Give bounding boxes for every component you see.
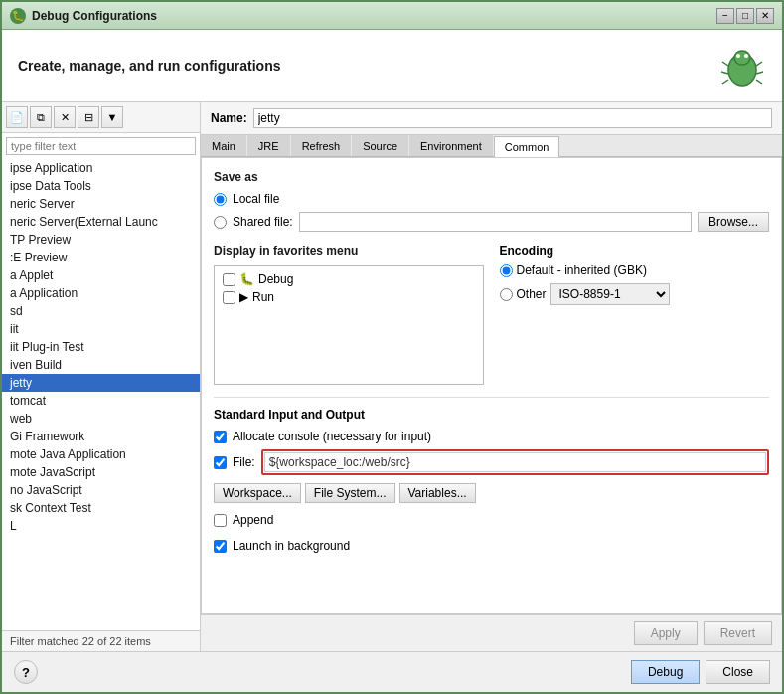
launch-background-label: Launch in background — [233, 539, 350, 553]
minimize-button[interactable]: − — [716, 8, 734, 24]
encoding-default-label: Default - inherited (GBK) — [517, 263, 647, 277]
file-row: File: — [214, 449, 769, 475]
tab-source[interactable]: Source — [352, 135, 408, 156]
window-controls: − □ ✕ — [716, 8, 774, 24]
sidebar-item[interactable]: sk Context Test — [2, 499, 200, 517]
filter-button[interactable]: ▼ — [101, 106, 123, 128]
favorite-item: ▶ Run — [219, 288, 479, 306]
encoding-default-radio[interactable] — [500, 264, 513, 277]
tab-jre[interactable]: JRE — [247, 135, 290, 156]
duplicate-config-button[interactable]: ⧉ — [30, 106, 52, 128]
favorites-label: Display in favorites menu — [214, 244, 484, 258]
collapse-all-button[interactable]: ⊟ — [78, 106, 99, 128]
sidebar-item[interactable]: mote JavaScript — [2, 463, 200, 481]
sidebar-item[interactable]: L — [2, 517, 200, 535]
local-file-radio[interactable] — [214, 193, 227, 206]
encoding-other-label: Other — [517, 287, 547, 301]
sidebar-item[interactable]: tomcat — [2, 392, 200, 410]
dialog-footer: ? Debug Close — [2, 651, 782, 692]
file-system-button[interactable]: File System... — [305, 483, 395, 503]
sidebar-item[interactable]: ipse Application — [2, 159, 200, 177]
fav-checkbox[interactable] — [223, 291, 235, 304]
name-label: Name: — [211, 111, 247, 125]
encoding-select[interactable]: ISO-8859-1 — [550, 283, 670, 305]
local-file-row: Local file — [214, 192, 769, 206]
workspace-button[interactable]: Workspace... — [214, 483, 301, 503]
encoding-other-row: Other ISO-8859-1 — [500, 283, 770, 305]
apply-button[interactable]: Apply — [634, 621, 698, 645]
save-as-label: Save as — [214, 170, 769, 184]
tab-common[interactable]: Common — [494, 136, 560, 157]
close-button[interactable]: Close — [706, 660, 770, 684]
sidebar-item[interactable]: iit Plug-in Test — [2, 338, 200, 356]
tab-environment[interactable]: Environment — [409, 135, 493, 156]
sidebar-item[interactable]: TP Preview — [2, 231, 200, 249]
file-path-input[interactable] — [264, 452, 766, 472]
svg-line-7 — [756, 80, 762, 84]
sidebar-item[interactable]: neric Server(External Launc — [2, 213, 200, 231]
tab-refresh[interactable]: Refresh — [291, 135, 352, 156]
window-title: Debug Configurations — [32, 9, 157, 23]
append-checkbox[interactable] — [214, 514, 227, 527]
file-checkbox[interactable] — [214, 456, 227, 469]
dialog-header-text: Create, manage, and run configurations — [18, 58, 281, 74]
search-box — [6, 137, 196, 155]
right-panel: Name: MainJRERefreshSourceEnvironmentCom… — [201, 102, 782, 651]
sidebar-item[interactable]: iven Build — [2, 356, 200, 374]
apply-revert-bar: Apply Revert — [201, 614, 782, 651]
delete-config-button[interactable]: ✕ — [54, 106, 76, 128]
encoding-other-radio[interactable] — [500, 288, 513, 301]
filter-status: Filter matched 22 of 22 items — [2, 630, 200, 651]
sidebar-item[interactable]: ipse Data Tools — [2, 177, 200, 195]
main-content: 📄 ⧉ ✕ ⊟ ▼ ipse Applicationipse Data Tool… — [2, 102, 782, 651]
encoding-column: Encoding Default - inherited (GBK) Other… — [500, 244, 770, 385]
debug-button[interactable]: Debug — [631, 660, 700, 684]
sidebar-item[interactable]: a Application — [2, 284, 200, 302]
variables-button[interactable]: Variables... — [399, 483, 476, 503]
filter-input[interactable] — [6, 137, 196, 155]
launch-background-row: Launch in background — [214, 539, 769, 553]
file-buttons: Workspace... File System... Variables... — [214, 483, 769, 503]
tab-main[interactable]: Main — [201, 135, 246, 156]
svg-point-9 — [744, 54, 748, 58]
sidebar-item[interactable]: web — [2, 410, 200, 428]
sidebar-toolbar: 📄 ⧉ ✕ ⊟ ▼ — [2, 102, 200, 133]
maximize-button[interactable]: □ — [736, 8, 754, 24]
sidebar-item[interactable]: sd — [2, 302, 200, 320]
encoding-default-row: Default - inherited (GBK) — [500, 263, 770, 277]
sidebar-list: ipse Applicationipse Data Toolsneric Ser… — [2, 159, 200, 630]
sidebar-item[interactable]: a Applet — [2, 266, 200, 284]
favorite-item: 🐛 Debug — [219, 270, 479, 288]
fav-checkbox[interactable] — [223, 273, 235, 286]
svg-line-5 — [756, 72, 763, 74]
sidebar-item[interactable]: jetty — [2, 374, 200, 392]
shared-file-row: Shared file: Browse... — [214, 212, 769, 232]
sidebar-item[interactable]: Gi Framework — [2, 428, 200, 445]
std-io-section: Standard Input and Output Allocate conso… — [214, 397, 769, 503]
new-config-button[interactable]: 📄 — [6, 106, 28, 128]
shared-file-input[interactable] — [299, 212, 692, 232]
svg-line-3 — [756, 62, 762, 66]
dialog-header: Create, manage, and run configurations — [2, 30, 782, 102]
browse-button[interactable]: Browse... — [698, 212, 769, 232]
close-window-button[interactable]: ✕ — [756, 8, 774, 24]
sidebar: 📄 ⧉ ✕ ⊟ ▼ ipse Applicationipse Data Tool… — [2, 102, 201, 651]
window-icon: 🐛 — [10, 8, 26, 24]
help-button[interactable]: ? — [14, 660, 38, 684]
std-io-title: Standard Input and Output — [214, 408, 769, 422]
shared-file-radio[interactable] — [214, 216, 227, 229]
append-row: Append — [214, 513, 769, 527]
allocate-console-checkbox[interactable] — [214, 431, 227, 443]
local-file-label: Local file — [233, 192, 279, 206]
sidebar-item[interactable]: :E Preview — [2, 249, 200, 266]
sidebar-item[interactable]: no JavaScript — [2, 481, 200, 499]
file-label: File: — [233, 455, 255, 469]
name-input[interactable] — [253, 108, 772, 128]
revert-button[interactable]: Revert — [704, 621, 772, 645]
bug-icon — [718, 42, 766, 89]
sidebar-item[interactable]: mote Java Application — [2, 445, 200, 463]
launch-background-checkbox[interactable] — [214, 540, 227, 553]
sidebar-item[interactable]: iit — [2, 320, 200, 338]
sidebar-item[interactable]: neric Server — [2, 195, 200, 213]
svg-line-6 — [722, 80, 728, 84]
